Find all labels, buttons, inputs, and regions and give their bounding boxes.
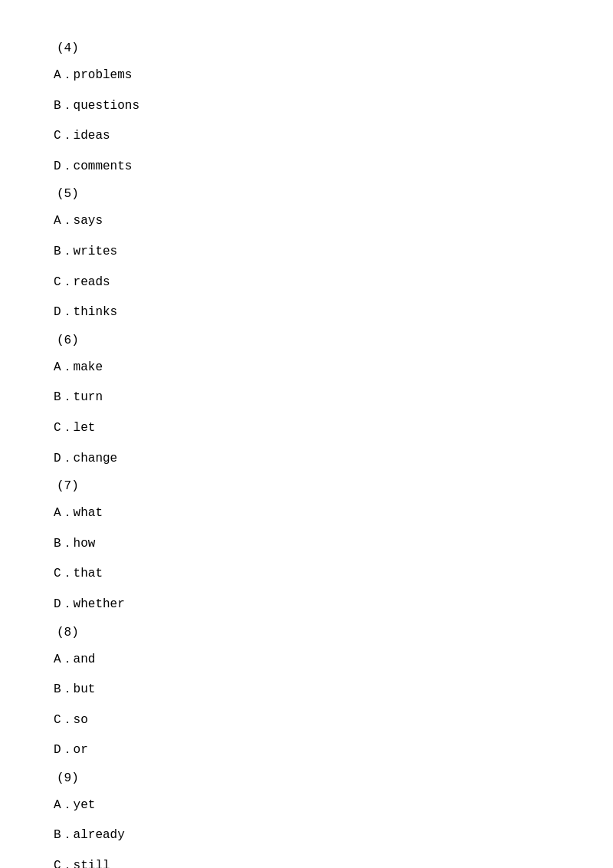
question-number-5: (5) (54, 187, 559, 201)
page-content: (4)A．problemsB．questionsC．ideasD．comment… (0, 0, 613, 868)
option-q7-1: B．how (54, 534, 559, 554)
option-q5-2: C．reads (54, 273, 559, 293)
option-q8-2: C．so (54, 711, 559, 731)
option-q9-0: A．yet (54, 796, 559, 816)
question-number-8: (8) (54, 626, 559, 639)
option-q9-2: C．still (54, 856, 559, 868)
option-q4-0: A．problems (54, 66, 559, 86)
option-q7-3: D．whether (54, 595, 559, 615)
option-q6-0: A．make (54, 358, 559, 378)
question-number-6: (6) (54, 334, 559, 347)
option-q4-1: B．questions (54, 97, 559, 117)
option-q7-2: C．that (54, 564, 559, 584)
option-q4-3: D．comments (54, 157, 559, 177)
option-q4-2: C．ideas (54, 127, 559, 146)
option-q6-3: D．change (54, 449, 559, 469)
option-q8-1: B．but (54, 680, 559, 700)
option-q9-1: B．already (54, 826, 559, 846)
option-q6-2: C．let (54, 419, 559, 439)
question-number-7: (7) (54, 479, 559, 493)
option-q5-3: D．thinks (54, 303, 559, 323)
option-q8-0: A．and (54, 650, 559, 670)
question-number-4: (4) (54, 41, 559, 55)
question-number-9: (9) (54, 771, 559, 785)
option-q6-1: B．turn (54, 388, 559, 408)
option-q5-0: A．says (54, 212, 559, 232)
option-q5-1: B．writes (54, 242, 559, 262)
option-q7-0: A．what (54, 504, 559, 524)
option-q8-3: D．or (54, 741, 559, 761)
